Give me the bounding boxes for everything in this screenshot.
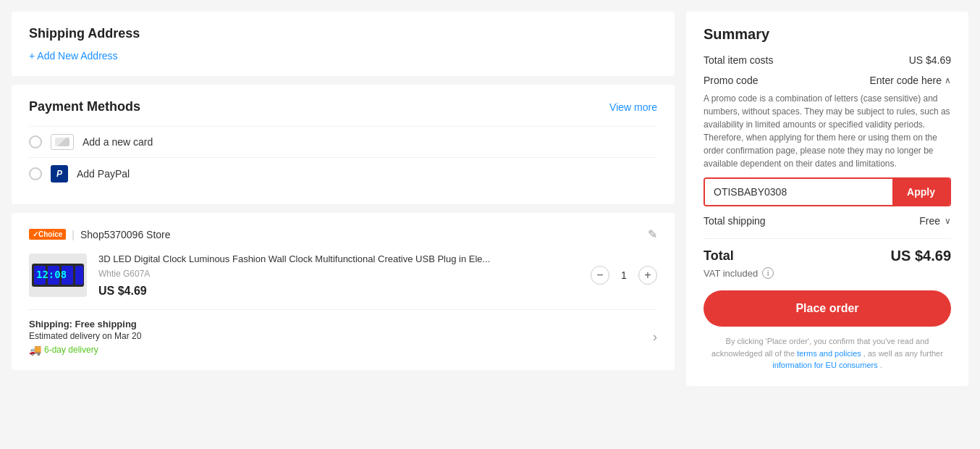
quantity-increase-button[interactable]: + (638, 266, 657, 285)
total-label: Total (704, 248, 734, 264)
shipping-text-area: Shipping: Free shipping Estimated delive… (29, 319, 141, 356)
choice-badge: ✓Choice (29, 229, 66, 240)
store-product-card: ✓Choice | Shop5370096 Store ✎ 12:08 (12, 213, 675, 370)
vat-row: VAT included i (704, 267, 951, 279)
total-shipping-value-area: Free ∨ (919, 215, 951, 227)
card-radio[interactable] (29, 135, 42, 148)
store-divider: | (72, 229, 75, 240)
promo-code-input[interactable] (705, 179, 892, 205)
terms-policies-link[interactable]: terms and policies (797, 349, 861, 358)
estimate-date: Mar 20 (114, 331, 141, 341)
shipping-info: Shipping: Free shipping Estimated delive… (29, 309, 657, 356)
terms-text: By clicking 'Place order', you confirm t… (704, 335, 951, 372)
shipping-address-card: Shipping Address + Add New Address (12, 12, 675, 76)
product-name: 3D LED Digital Clock Luminous Fashion Wa… (98, 253, 579, 266)
add-new-address-link[interactable]: + Add New Address (29, 50, 657, 62)
view-more-link[interactable]: View more (609, 101, 657, 113)
vat-text: VAT included (704, 268, 758, 279)
shipping-chevron-icon[interactable]: ∨ (945, 216, 951, 226)
payment-header: Payment Methods View more (29, 99, 657, 114)
chevron-up-icon: ∧ (945, 75, 951, 85)
paypal-radio[interactable] (29, 167, 42, 180)
total-shipping-label: Total shipping (704, 215, 766, 227)
product-row: 12:08 3D LED Digital Clock Luminous Fash… (29, 253, 657, 298)
total-item-costs-value: US $4.69 (909, 54, 951, 66)
delivery-badge: 🚚 6-day delivery (29, 344, 141, 356)
quantity-control: − 1 + (591, 266, 657, 285)
shipping-address-title: Shipping Address (29, 26, 657, 41)
truck-icon: 🚚 (29, 344, 41, 356)
eu-consumers-link[interactable]: information for EU consumers (772, 361, 878, 369)
delivery-days: 6-day delivery (44, 345, 98, 355)
add-paypal-label: Add PayPal (77, 168, 130, 180)
product-variant: Whtie G607A (98, 269, 579, 279)
promo-enter-btn[interactable]: Enter code here ∧ (869, 75, 951, 86)
place-order-button[interactable]: Place order (704, 290, 951, 327)
store-header: ✓Choice | Shop5370096 Store ✎ (29, 227, 657, 241)
summary-title: Summary (704, 26, 951, 43)
add-card-label: Add a new card (83, 136, 153, 148)
summary-card: Summary Total item costs US $4.69 Promo … (686, 12, 968, 386)
product-details: 3D LED Digital Clock Luminous Fashion Wa… (98, 253, 579, 298)
shipping-estimate: Estimated delivery on Mar 20 (29, 331, 141, 341)
credit-card-icon (51, 134, 74, 150)
summary-panel: Summary Total item costs US $4.69 Promo … (686, 12, 968, 386)
paypal-icon: P (51, 165, 68, 182)
quantity-value: 1 (617, 269, 631, 281)
edit-store-icon[interactable]: ✎ (648, 227, 657, 241)
product-price: US $4.69 (98, 285, 579, 298)
total-value: US $4.69 (891, 248, 951, 264)
total-row: Total US $4.69 (704, 248, 951, 264)
total-item-costs-label: Total item costs (704, 54, 773, 66)
svg-text:12:08: 12:08 (36, 269, 67, 280)
enter-code-text: Enter code here (869, 75, 942, 86)
terms-text-3: . (880, 361, 882, 369)
shipping-label: Shipping: Free shipping (29, 319, 141, 330)
promo-input-row: Apply (704, 177, 951, 206)
estimate-prefix: Estimated delivery on (29, 331, 112, 341)
promo-code-label: Promo code (704, 75, 758, 86)
promo-description: A promo code is a combination of letters… (704, 92, 951, 170)
vat-info-icon[interactable]: i (762, 267, 774, 279)
store-name-area: ✓Choice | Shop5370096 Store (29, 229, 171, 240)
payment-option-card: Add a new card (29, 126, 657, 157)
total-shipping-value: Free (919, 215, 940, 227)
total-shipping-row: Total shipping Free ∨ (704, 215, 951, 227)
quantity-decrease-button[interactable]: − (591, 266, 609, 285)
store-name[interactable]: Shop5370096 Store (80, 229, 171, 240)
svg-rect-4 (75, 266, 83, 285)
product-image: 12:08 (29, 253, 87, 297)
total-item-costs-row: Total item costs US $4.69 (704, 54, 951, 66)
apply-promo-button[interactable]: Apply (892, 179, 950, 205)
promo-section: Promo code Enter code here ∧ A promo cod… (704, 75, 951, 206)
payment-methods-title: Payment Methods (29, 99, 140, 114)
chevron-right-icon[interactable]: › (653, 330, 657, 345)
payment-methods-card: Payment Methods View more Add a new card… (12, 85, 675, 204)
promo-header: Promo code Enter code here ∧ (704, 75, 951, 86)
payment-option-paypal: P Add PayPal (29, 157, 657, 190)
terms-text-2: , as well as any further (863, 349, 943, 358)
product-thumbnail: 12:08 (30, 256, 85, 294)
summary-divider (704, 238, 951, 239)
